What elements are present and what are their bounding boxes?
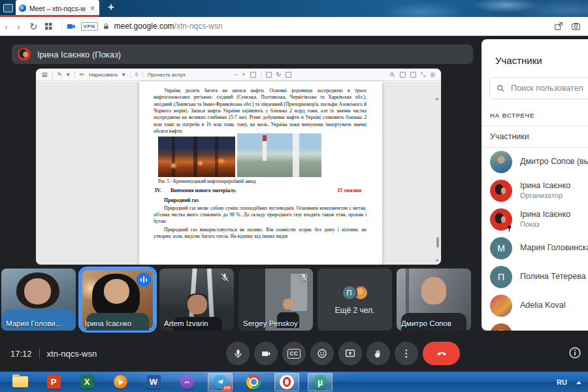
- doc-section-heading: IV. Вивчення нового матеріалу. 15 хвилин: [154, 188, 367, 195]
- video-popout-icon[interactable]: [66, 21, 77, 32]
- video-tiles-row: Мария Голови... Ірина Ісаєнко Artem Izva…: [1, 269, 471, 331]
- layout-icon[interactable]: [286, 72, 291, 78]
- participant-search[interactable]: [489, 77, 588, 99]
- tile-name: Sergey Penskoy: [243, 319, 298, 327]
- draw-icon[interactable]: ✏: [80, 71, 85, 78]
- url-text[interactable]: meet.google.com/xtn-nqcs-wsn: [114, 22, 223, 31]
- reactions-button[interactable]: [310, 342, 334, 365]
- raise-hand-button[interactable]: [367, 342, 390, 365]
- taskbar-word[interactable]: W: [141, 373, 166, 391]
- divider: [61, 21, 62, 31]
- participant-name: Мария Головинская: [520, 243, 588, 253]
- taskbar-chrome[interactable]: [241, 373, 266, 391]
- scroll-up-arrow[interactable]: [435, 97, 439, 100]
- video-tile-artem[interactable]: Artem Izvarin: [159, 269, 234, 331]
- presenter-name: Ірина Ісаєнко (Показ): [37, 50, 121, 59]
- speed-dial-icon[interactable]: [45, 23, 52, 30]
- settings-icon[interactable]: ◎: [430, 71, 435, 78]
- taskbar-powerpoint[interactable]: P: [41, 373, 66, 391]
- draw-label[interactable]: Нарисовать: [89, 72, 118, 78]
- reload-icon[interactable]: ↻: [25, 22, 42, 31]
- video-tile-overflow[interactable]: П Ещё 2 чел.: [318, 269, 392, 331]
- lock-icon[interactable]: [102, 22, 110, 31]
- snapshot-camera-icon[interactable]: [570, 21, 581, 31]
- taskbar-viber[interactable]: [174, 373, 199, 391]
- taskbar-media-player[interactable]: [108, 373, 133, 391]
- captions-button[interactable]: CC: [282, 342, 306, 365]
- avatar: [490, 151, 512, 173]
- participants-group-header[interactable]: Участники: [482, 125, 588, 148]
- browser-tab[interactable]: Meet – xtn-nqcs-wsn ×: [16, 0, 99, 16]
- tile-name: Дмитро Сопов: [401, 319, 451, 327]
- participant-row[interactable]: Ірина Ісаєнко Организатор: [482, 176, 588, 205]
- print-icon[interactable]: [400, 72, 406, 78]
- doc-paragraph-gas2: Природний газ використовується як паливо…: [154, 227, 367, 240]
- doc-figure: [158, 137, 367, 177]
- section-time: 15 хвилин: [337, 188, 367, 195]
- participant-row[interactable]: М Мария Головинская: [482, 234, 588, 263]
- url-path: /xtn-nqcs-wsn: [174, 22, 223, 31]
- tile-name: Ірина Ісаєнко: [85, 319, 131, 327]
- hangup-phone-icon: [434, 346, 449, 361]
- video-tile-sergey[interactable]: Sergey Penskoy: [238, 269, 313, 331]
- search-doc-icon[interactable]: [389, 72, 395, 78]
- dropdown-caret-icon[interactable]: ▾: [122, 71, 125, 78]
- pen-tool-icon[interactable]: ✎: [57, 71, 63, 78]
- taskbar-opera[interactable]: [274, 373, 299, 391]
- telegram-badge: 229: [222, 385, 232, 391]
- doc-paragraph-gas1: Природний газ являє собою суміш газоподі…: [154, 205, 367, 225]
- eraser-icon[interactable]: ◊: [135, 71, 138, 78]
- participant-name: Ірина Ісаєнко: [520, 181, 570, 191]
- pdf-document-area[interactable]: Україна досить багата на запаси нафти. О…: [36, 82, 441, 265]
- toc-icon[interactable]: ▤: [42, 71, 48, 78]
- participant-row[interactable]: [482, 320, 588, 331]
- rotate-icon[interactable]: ↻: [276, 71, 282, 78]
- read-aloud-label[interactable]: Прочесть вслух: [148, 72, 186, 78]
- back-icon[interactable]: ‹: [0, 22, 12, 31]
- participant-role: Показ: [520, 220, 570, 229]
- more-options-button[interactable]: ⋮: [395, 342, 418, 365]
- vpn-badge[interactable]: VPN: [81, 22, 98, 31]
- taskbar-utorrent[interactable]: µ: [308, 373, 333, 391]
- doc-scrollbar[interactable]: [436, 237, 439, 248]
- tab-cycler-icon[interactable]: [3, 4, 13, 12]
- tray-expand-arrow-icon[interactable]: [576, 381, 581, 384]
- language-indicator[interactable]: RU: [557, 378, 567, 386]
- video-tile-maria[interactable]: Мария Голови...: [1, 269, 76, 331]
- chrome-icon: [246, 375, 261, 389]
- video-tile-dmytro[interactable]: Дмитро Сопов: [397, 269, 471, 331]
- taskbar-excel[interactable]: X: [74, 373, 99, 391]
- dropdown-caret-icon[interactable]: ▾: [67, 71, 70, 78]
- zoom-out-icon[interactable]: −: [234, 71, 237, 78]
- video-tile-irina[interactable]: Ірина Ісаєнко: [80, 269, 155, 331]
- share-page-icon[interactable]: [553, 21, 564, 31]
- participant-row[interactable]: Adelia Koval: [482, 291, 588, 320]
- meeting-details-button[interactable]: [568, 346, 582, 360]
- save-icon[interactable]: [410, 72, 416, 78]
- participant-row[interactable]: П Полина Тетерева: [482, 263, 588, 291]
- mic-button[interactable]: [226, 342, 250, 365]
- participant-row[interactable]: Дмитро Сопов (вы): [482, 148, 588, 176]
- forward-icon[interactable]: ›: [12, 22, 25, 31]
- presenter-banner: Ірина Ісаєнко (Показ): [12, 44, 473, 64]
- avatar: П: [490, 266, 512, 288]
- more-icon: ⋮: [402, 348, 412, 359]
- camera-button[interactable]: [254, 342, 278, 365]
- hangup-button[interactable]: [423, 342, 460, 365]
- search-input[interactable]: [511, 84, 583, 93]
- taskbar-explorer[interactable]: [8, 373, 33, 391]
- page-view-icon[interactable]: [266, 72, 272, 78]
- participant-name: Ірина Ісаєнко: [520, 210, 570, 220]
- refinery-day-photo: [237, 133, 321, 177]
- participant-row[interactable]: Ірина Ісаєнко Показ: [482, 205, 588, 234]
- refinery-night-photo: [158, 137, 235, 177]
- powerpoint-icon: P: [47, 375, 61, 389]
- present-button[interactable]: [338, 342, 362, 365]
- taskbar-telegram[interactable]: 229: [208, 373, 233, 391]
- new-tab-button[interactable]: +: [105, 1, 118, 13]
- fit-page-icon[interactable]: [250, 72, 256, 78]
- scroll-down-arrow[interactable]: [435, 259, 439, 262]
- tab-close-icon[interactable]: ×: [89, 4, 96, 13]
- expand-icon[interactable]: ⤡: [421, 71, 425, 78]
- zoom-in-icon[interactable]: +: [242, 71, 245, 78]
